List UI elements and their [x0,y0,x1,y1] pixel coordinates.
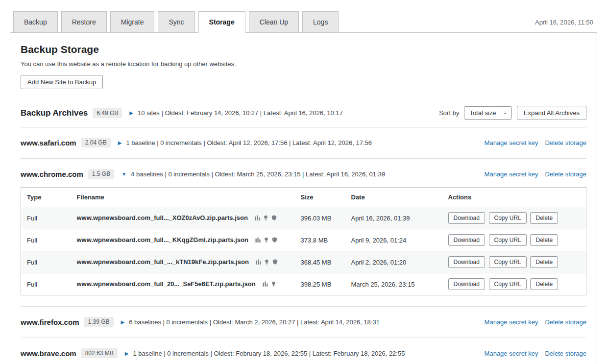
backup-date: April 9, 2026, 01:24 [345,229,442,251]
backup-date: April 2, 2026, 01:20 [345,251,442,273]
archives-total-size-badge: 6.49 GB [93,108,122,118]
delete-button[interactable]: Delete [530,212,558,224]
add-new-site-button[interactable]: Add New Site to Backup [21,75,103,89]
backup-date: March 25, 2026, 23:15 [345,273,442,295]
copy-url-button[interactable]: Copy URL [489,234,527,246]
site-expand-toggle-icon[interactable]: ▶ [121,319,125,325]
bulb-icon [271,281,276,288]
manage-secret-key-link[interactable]: Manage secret key [485,350,538,357]
backup-type: Full [21,251,71,273]
site-section-safari: www.safari.com 2.04 GB ▶ 1 baseline | 0 … [21,127,586,159]
shield-icon [272,259,278,266]
delete-button[interactable]: Delete [530,234,558,246]
site-size-badge: 1.5 GB [88,169,114,179]
column-header-filename: Filename [71,188,295,207]
site-expand-toggle-icon[interactable]: ▶ [118,140,122,146]
site-name: www.safari.com [21,139,76,147]
manage-secret-key-link[interactable]: Manage secret key [485,139,538,146]
bulb-icon [264,259,269,266]
shield-icon [272,237,277,244]
delete-button[interactable]: Delete [530,278,558,290]
chart-bars-icon [255,237,261,244]
backup-filename: www.wpnewsboard.com_full_20..._SeF5e6ET.… [77,280,256,288]
bulb-icon [264,237,269,244]
shield-icon [271,215,277,222]
backup-size: 368.45 MB [295,251,345,273]
download-button[interactable]: Download [448,278,485,290]
table-row: Full www.wpnewsboard.com_full..._KKqgZGm… [21,229,586,251]
site-size-badge: 2.04 GB [81,138,111,147]
copy-url-button[interactable]: Copy URL [489,278,527,290]
backup-size: 396.03 MB [295,207,345,229]
site-name: www.firefox.com [21,318,79,326]
backup-archives-header: Backup Archives 6.49 GB ▶ 10 sites | Old… [21,106,586,127]
site-summary: 1 baseline | 0 incrementals | Oldest: Ap… [126,139,372,146]
site-size-badge: 802.63 MB [81,348,118,358]
column-header-size: Size [295,188,345,207]
column-header-date: Date [345,188,442,207]
sort-select[interactable]: Total size ⌄ [464,106,511,120]
expand-all-archives-button[interactable]: Expand All Archives [517,106,586,120]
page-title: Backup Storage [21,44,586,55]
delete-storage-link[interactable]: Delete storage [545,139,586,146]
file-icons [252,214,277,221]
tab-backup[interactable]: Backup [13,11,58,33]
sort-by-label: Sort by [439,109,459,117]
delete-button[interactable]: Delete [530,256,558,268]
sort-select-value: Total size [469,109,496,117]
site-name: www.brave.com [21,349,76,358]
tab-storage[interactable]: Storage [198,11,245,33]
delete-storage-link[interactable]: Delete storage [545,170,586,178]
backup-filename: www.wpnewsboard.com_full..._KKqgZGmI.zip… [77,236,249,243]
delete-storage-link[interactable]: Delete storage [545,318,586,326]
tab-clean-up[interactable]: Clean Up [249,11,299,33]
site-expand-toggle-icon[interactable]: ▶ [125,351,129,356]
backup-type: Full [21,207,71,229]
site-size-badge: 1.39 GB [84,317,113,327]
chart-bars-icon [255,215,260,222]
archives-title: Backup Archives [21,108,88,118]
site-collapse-toggle-icon[interactable]: ▼ [121,171,126,177]
table-row: Full www.wpnewsboard.com_full..._XOZ0zAv… [21,207,586,229]
delete-storage-link[interactable]: Delete storage [545,350,586,357]
sort-controls: Sort by Total size ⌄ Expand All Archives [439,106,586,120]
file-icons [252,236,277,243]
page-description: You can use this website as a remote loc… [21,60,586,68]
tab-migrate[interactable]: Migrate [110,11,155,33]
column-header-type: Type [21,188,71,207]
file-icons [253,258,278,266]
copy-url-button[interactable]: Copy URL [489,212,527,224]
chevron-down-icon: ⌄ [503,111,508,114]
site-summary: 1 baseline | 0 incrementals | Oldest: Fe… [133,350,405,357]
backups-table: Type Filename Size Date Actions Full www… [21,187,586,295]
backup-size: 373.8 MB [295,229,345,251]
download-button[interactable]: Download [448,256,485,268]
header-datetime: April 16, 2026, 11:50 [535,19,593,33]
site-name: www.chrome.com [21,170,83,178]
tab-bar: Backup Restore Migrate Sync Storage Clea… [13,11,339,33]
tab-sync[interactable]: Sync [158,11,194,33]
site-section-firefox: www.firefox.com 1.39 GB ▶ 6 baselines | … [21,307,586,338]
backup-filename: www.wpnewsboard.com_full..._XOZ0zAvO.zip… [77,214,248,221]
copy-url-button[interactable]: Copy URL [489,256,527,268]
bulb-icon [263,215,268,222]
download-button[interactable]: Download [448,234,485,246]
column-header-actions: Actions [442,188,586,207]
manage-secret-key-link[interactable]: Manage secret key [485,318,538,326]
site-summary: 6 baselines | 0 incrementals | Oldest: M… [129,318,380,326]
download-button[interactable]: Download [448,212,485,224]
manage-secret-key-link[interactable]: Manage secret key [485,170,538,178]
archives-expand-toggle-icon[interactable]: ▶ [129,110,133,116]
backup-filename: www.wpnewsboard.com_full_..._kTN19kFe.zi… [77,258,249,266]
backup-type: Full [21,229,71,251]
backup-size: 398.25 MB [295,273,345,295]
backup-type: Full [21,273,71,295]
main-panel: Backup Storage You can use this website … [10,32,597,364]
chart-bars-icon [263,281,268,288]
file-icons [260,280,276,288]
site-summary: 4 baselines | 0 incrementals | Oldest: M… [131,170,385,178]
tab-restore[interactable]: Restore [61,11,107,33]
table-row: Full www.wpnewsboard.com_full_20..._SeF5… [21,273,586,295]
table-row: Full www.wpnewsboard.com_full_..._kTN19k… [21,251,586,273]
tab-logs[interactable]: Logs [302,11,339,33]
